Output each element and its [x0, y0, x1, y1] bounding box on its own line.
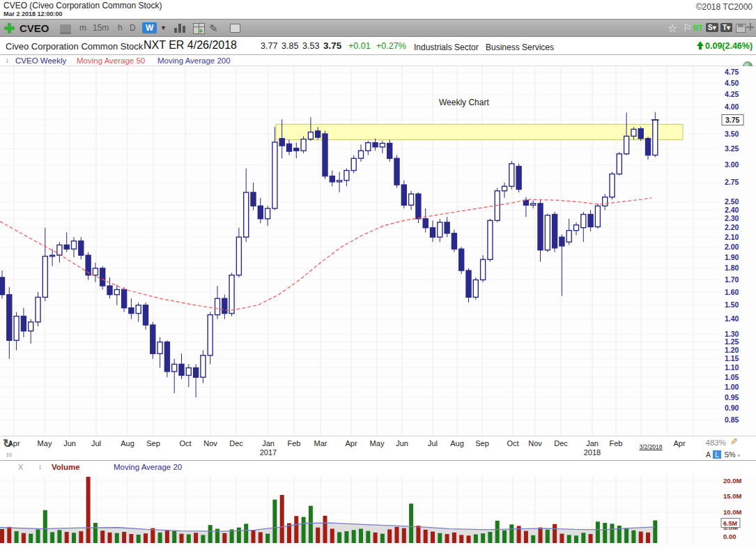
svg-text:20.0M: 20.0M: [723, 477, 741, 484]
tc2000-window: CVEO (Civeo Corporation Common Stock) Ma…: [0, 0, 756, 550]
svg-text:1.20: 1.20: [725, 346, 739, 354]
flag-icon[interactable]: ⚐: [683, 22, 692, 33]
svg-text:1.00: 1.00: [725, 383, 739, 391]
stamp-icon[interactable]: [60, 24, 71, 32]
svg-text:15.0M: 15.0M: [723, 492, 741, 500]
svg-text:4.25: 4.25: [725, 90, 739, 98]
x-axis-label: 3/2/2018: [635, 443, 666, 450]
add-symbol-icon[interactable]: [4, 23, 15, 33]
favorite-star-icon[interactable]: ☆: [668, 22, 677, 35]
save-layout-icon[interactable]: [736, 24, 746, 33]
timeframe-day[interactable]: D: [130, 23, 136, 33]
x-axis-label: Dec: [548, 439, 573, 448]
x-axis-label: Jan: [256, 439, 281, 448]
svg-text:2.00: 2.00: [725, 243, 739, 251]
resize-handle-icon[interactable]: ↕: [6, 56, 9, 64]
x-axis-label: Sep: [141, 439, 166, 448]
x-axis-label: Jun: [57, 439, 82, 448]
svg-text:4.75: 4.75: [725, 68, 739, 76]
quote-change: +0.01: [348, 41, 371, 51]
add-indicator-icon[interactable]: +: [193, 23, 205, 34]
edit-pencil-icon[interactable]: ✎: [730, 436, 738, 447]
svg-text:1.10: 1.10: [725, 363, 739, 372]
timeframe-15min[interactable]: 15m: [93, 23, 109, 33]
legend-symbol[interactable]: CVEO Weekly: [15, 56, 66, 65]
svg-text:1.05: 1.05: [725, 373, 739, 381]
sound-button[interactable]: S▾: [706, 23, 718, 32]
realtime-badge: RT: [693, 24, 702, 32]
x-axis-label: Nov: [523, 439, 548, 448]
x-axis-label: Dec: [224, 439, 249, 448]
x-axis-label: Jun: [389, 439, 415, 448]
scale-arith[interactable]: A: [706, 450, 710, 459]
timeframe-dropdown-icon[interactable]: ▼: [160, 24, 167, 31]
weekly-chart-annotation: Weekly Chart: [439, 98, 489, 107]
x-axis-year: 2018: [580, 448, 605, 457]
price-chart[interactable]: 4.754.504.254.003.503.253.002.752.502.40…: [0, 66, 756, 436]
svg-text:2.20: 2.20: [725, 223, 739, 231]
scale-pct[interactable]: S%: [724, 450, 735, 459]
svg-text:0.85: 0.85: [725, 415, 739, 424]
quote-company-name: Civeo Corporation Common Stock: [6, 41, 143, 52]
x-axis-label: Feb: [281, 439, 307, 448]
svg-text:1.15: 1.15: [725, 354, 739, 362]
legend-ma200[interactable]: Moving Average 200: [157, 56, 231, 65]
quote-open: 3.77: [261, 41, 277, 51]
chart-type-icon[interactable]: [174, 24, 187, 33]
svg-text:2.50: 2.50: [725, 197, 739, 206]
quote-industry: Business Services: [486, 43, 554, 52]
x-axis-label: May: [364, 439, 389, 448]
svg-text:2.40: 2.40: [725, 206, 739, 214]
volume-legend: X ↕ Volume Moving Average 20: [0, 461, 756, 476]
zoom-pct-label[interactable]: 483%: [700, 438, 726, 447]
quote-low: 3.53: [302, 41, 319, 51]
timeframe-minute[interactable]: m: [79, 23, 86, 33]
drawing-pencil-icon[interactable]: ✎: [209, 22, 218, 35]
quote-sector: Industrials Sector: [414, 43, 479, 52]
timeframe-hour[interactable]: h: [118, 23, 123, 33]
x-axis-label: Feb: [603, 439, 628, 448]
x-axis-label: Jul: [84, 439, 109, 448]
up-arrow-icon: [697, 41, 704, 49]
x-axis-label: Aug: [445, 439, 470, 448]
quote-change-pct: +0.27%: [376, 41, 406, 51]
svg-text:0.00: 0.00: [723, 533, 736, 540]
volume-chart[interactable]: 20.0M15.0M10.0M5.0M0.006.5M: [0, 476, 756, 550]
template-button[interactable]: T▾: [720, 23, 732, 32]
svg-text:2.30: 2.30: [725, 214, 739, 222]
x-axis-label: Apr: [667, 439, 692, 448]
svg-text:2.10: 2.10: [725, 233, 739, 241]
scale-caret-icon[interactable]: ▾: [737, 453, 740, 458]
x-axis-label: Nov: [198, 439, 223, 448]
svg-text:1.80: 1.80: [725, 263, 739, 272]
svg-text:0.95: 0.95: [725, 393, 739, 402]
scale-toggle[interactable]: A L S% ▾: [706, 450, 740, 459]
x-axis-label: Apr: [339, 439, 364, 448]
copyright-label: ©2018 TC2000: [696, 2, 753, 12]
move-window-icon[interactable]: [746, 23, 754, 31]
quote-day-change: 0.09(2.46%): [705, 41, 753, 51]
svg-text:3.50: 3.50: [725, 130, 739, 138]
legend-ma50[interactable]: Moving Average 50: [77, 56, 145, 65]
x-axis-label: Apr: [1, 439, 26, 448]
close-volume-icon[interactable]: X: [18, 463, 23, 471]
quote-last: 3.75: [323, 40, 341, 51]
symbol-box[interactable]: CVEO: [20, 22, 49, 34]
x-axis-label: Jul: [420, 439, 445, 448]
window-datetime: Mar 2 2018 12:00:00: [3, 10, 63, 17]
svg-text:3.25: 3.25: [725, 144, 739, 153]
svg-text:1.90: 1.90: [725, 253, 739, 261]
resize-volume-icon[interactable]: ↕: [38, 463, 42, 471]
folder-icon[interactable]: [230, 24, 240, 33]
x-axis-label: Sep: [470, 439, 495, 448]
x-axis-label: Jan: [580, 439, 605, 448]
timeframe-week-active[interactable]: W: [142, 22, 157, 33]
svg-text:6.5M: 6.5M: [723, 520, 737, 527]
svg-text:2.75: 2.75: [725, 178, 739, 186]
volume-ma20-label[interactable]: Moving Average 20: [114, 463, 182, 471]
svg-text:3.75: 3.75: [725, 116, 740, 124]
svg-text:1.40: 1.40: [725, 314, 739, 323]
scale-log-active[interactable]: L: [713, 450, 721, 459]
x-axis-label: Oct: [173, 439, 198, 448]
volume-label[interactable]: Volume: [52, 463, 80, 471]
